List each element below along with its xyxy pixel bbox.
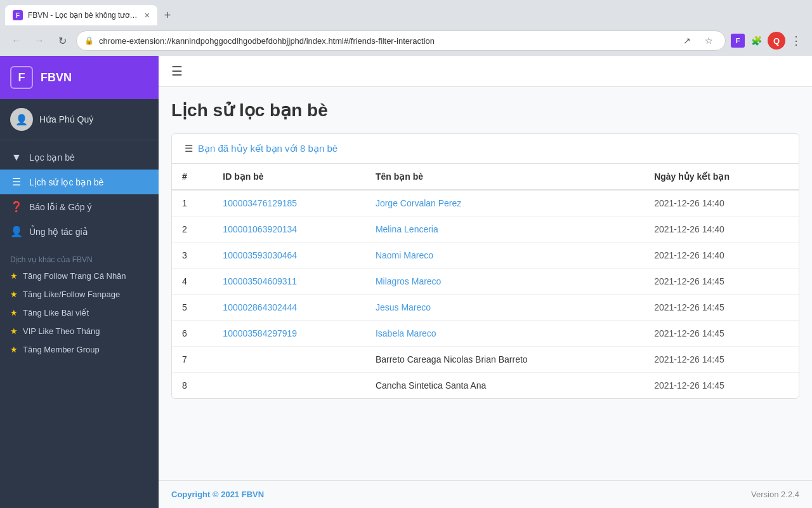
new-tab-button[interactable]: + bbox=[157, 5, 178, 25]
table-row: 5100002864302444Jesus Mareco2021-12-26 1… bbox=[172, 295, 799, 321]
profile-button[interactable]: Q bbox=[768, 32, 785, 50]
table-row: 8Cancha Sintetica Santa Ana2021-12-26 14… bbox=[172, 373, 799, 399]
table-row: 4100003504609311Milagros Mareco2021-12-2… bbox=[172, 269, 799, 295]
sidebar-item-label: Lịch sử lọc bạn bè bbox=[29, 177, 103, 187]
star-icon: ★ bbox=[10, 271, 18, 281]
row-num: 3 bbox=[172, 243, 213, 269]
service-label: Tăng Member Group bbox=[23, 345, 100, 354]
sidebar-service-like-fanpage[interactable]: ★ Tăng Like/Follow Fanpage bbox=[0, 285, 159, 304]
extension-button[interactable]: F bbox=[731, 34, 745, 48]
friend-name[interactable]: Jorge Corvalan Perez bbox=[365, 190, 644, 217]
friend-name[interactable]: Naomi Mareco bbox=[365, 243, 644, 269]
sidebar-service-member-group[interactable]: ★ Tăng Member Group bbox=[0, 340, 159, 359]
sidebar: F FBVN 👤 Hứa Phú Quý ▼ Lọc bạn bè ☰ Lịch… bbox=[0, 56, 159, 508]
sidebar-item-support[interactable]: 👤 Ủng hộ tác giả bbox=[0, 219, 159, 244]
address-bar: ← → ↻ 🔒 chrome-extension://kannindpohggo… bbox=[0, 25, 812, 56]
hamburger-icon[interactable]: ☰ bbox=[171, 64, 183, 79]
col-name: Tên bạn bè bbox=[365, 164, 644, 190]
sidebar-item-label: Ủng hộ tác giả bbox=[29, 227, 88, 237]
footer-copyright: Copyright © 2021 FBVN bbox=[171, 490, 264, 499]
sidebar-item-label: Báo lỗi & Góp ý bbox=[29, 202, 92, 212]
unfriend-date: 2021-12-26 14:45 bbox=[644, 373, 799, 399]
unfriend-date: 2021-12-26 14:40 bbox=[644, 217, 799, 243]
url-text: chrome-extension://kannindpohggocdlhgodb… bbox=[99, 36, 673, 46]
back-button[interactable]: ← bbox=[8, 32, 25, 50]
app-body: F FBVN 👤 Hứa Phú Quý ▼ Lọc bạn bè ☰ Lịch… bbox=[0, 56, 812, 508]
content-card: ☰ Bạn đã hủy kết bạn với 8 bạn bè # ID b… bbox=[171, 133, 799, 399]
sidebar-item-history[interactable]: ☰ Lịch sử lọc bạn bè bbox=[0, 170, 159, 194]
main-body: Lịch sử lọc bạn bè ☰ Bạn đã hủy kết bạn … bbox=[159, 87, 812, 480]
friend-id bbox=[213, 347, 365, 373]
service-label: Tăng Like Bài viết bbox=[23, 308, 89, 318]
card-header: ☰ Bạn đã hủy kết bạn với 8 bạn bè bbox=[172, 134, 799, 164]
sidebar-service-like-post[interactable]: ★ Tăng Like Bài viết bbox=[0, 304, 159, 322]
friend-id[interactable]: 100003476129185 bbox=[213, 190, 365, 217]
sidebar-item-label: Lọc bạn bè bbox=[29, 152, 75, 163]
sidebar-username: Hứa Phú Quý bbox=[39, 114, 93, 124]
friend-id[interactable]: 100003593030464 bbox=[213, 243, 365, 269]
url-bar[interactable]: 🔒 chrome-extension://kannindpohggocdlhgo… bbox=[76, 30, 726, 51]
star-icon: ★ bbox=[10, 326, 18, 336]
col-id: ID bạn bè bbox=[213, 164, 365, 190]
friend-id[interactable]: 100003584297919 bbox=[213, 321, 365, 347]
row-num: 8 bbox=[172, 373, 213, 399]
unfriend-date: 2021-12-26 14:45 bbox=[644, 321, 799, 347]
star-icon: ★ bbox=[10, 308, 18, 318]
avatar: 👤 bbox=[10, 108, 33, 131]
filter-icon: ▼ bbox=[10, 152, 23, 163]
tab-close-button[interactable]: × bbox=[145, 10, 150, 20]
friend-name[interactable]: Jesus Mareco bbox=[365, 295, 644, 321]
row-num: 1 bbox=[172, 190, 213, 217]
active-tab[interactable]: F FBVN - Lọc bạn bè không tương ... × bbox=[5, 5, 157, 25]
tab-favicon: F bbox=[13, 10, 23, 20]
bookmark-icon[interactable]: ☆ bbox=[700, 32, 717, 50]
service-label: Tăng Follow Trang Cá Nhân bbox=[23, 271, 126, 281]
sidebar-section-title: Dịch vụ khác của FBVN bbox=[0, 249, 159, 267]
browser-actions: F 🧩 Q ⋮ bbox=[731, 32, 804, 50]
main-header: ☰ bbox=[159, 56, 812, 87]
unfriend-date: 2021-12-26 14:45 bbox=[644, 347, 799, 373]
row-num: 6 bbox=[172, 321, 213, 347]
table-row: 3100003593030464Naomi Mareco2021-12-26 1… bbox=[172, 243, 799, 269]
friend-name[interactable]: Isabela Mareco bbox=[365, 321, 644, 347]
friend-name: Cancha Sintetica Santa Ana bbox=[365, 373, 644, 399]
col-date: Ngày hủy kết bạn bbox=[644, 164, 799, 190]
sidebar-service-follow-personal[interactable]: ★ Tăng Follow Trang Cá Nhân bbox=[0, 267, 159, 285]
friend-id bbox=[213, 373, 365, 399]
friend-name[interactable]: Melina Lenceria bbox=[365, 217, 644, 243]
unfriend-date: 2021-12-26 14:40 bbox=[644, 190, 799, 217]
share-icon[interactable]: ↗ bbox=[678, 32, 696, 50]
sidebar-app-name: FBVN bbox=[41, 71, 72, 84]
row-num: 7 bbox=[172, 347, 213, 373]
help-icon: ❓ bbox=[10, 201, 23, 213]
friend-id[interactable]: 100003504609311 bbox=[213, 269, 365, 295]
star-icon: ★ bbox=[10, 345, 18, 354]
sidebar-logo: F bbox=[10, 66, 33, 89]
extensions-icon[interactable]: 🧩 bbox=[747, 32, 765, 50]
list-icon: ☰ bbox=[10, 176, 23, 188]
main-footer: Copyright © 2021 FBVN Version 2.2.4 bbox=[159, 480, 812, 508]
friend-name[interactable]: Milagros Mareco bbox=[365, 269, 644, 295]
browser-menu-button[interactable]: ⋮ bbox=[788, 34, 804, 48]
page-title: Lịch sử lọc bạn bè bbox=[171, 100, 799, 121]
unfriend-date: 2021-12-26 14:45 bbox=[644, 269, 799, 295]
lock-icon: 🔒 bbox=[84, 36, 94, 45]
friend-id[interactable]: 100002864302444 bbox=[213, 295, 365, 321]
reload-button[interactable]: ↻ bbox=[53, 32, 71, 50]
footer-version: Version 2.2.4 bbox=[751, 490, 799, 499]
sidebar-item-report[interactable]: ❓ Báo lỗi & Góp ý bbox=[0, 194, 159, 219]
service-label: Tăng Like/Follow Fanpage bbox=[23, 290, 120, 299]
friend-id[interactable]: 100001063920134 bbox=[213, 217, 365, 243]
table-header-row: # ID bạn bè Tên bạn bè Ngày hủy kết bạn bbox=[172, 164, 799, 190]
friend-name: Barreto Careaga Nicolas Brian Barreto bbox=[365, 347, 644, 373]
table-row: 6100003584297919Isabela Mareco2021-12-26… bbox=[172, 321, 799, 347]
sidebar-service-vip-like[interactable]: ★ VIP Like Theo Tháng bbox=[0, 322, 159, 340]
unfriend-date: 2021-12-26 14:45 bbox=[644, 295, 799, 321]
sidebar-item-filter-friends[interactable]: ▼ Lọc bạn bè bbox=[0, 145, 159, 170]
card-header-text: Bạn đã hủy kết bạn với 8 bạn bè bbox=[198, 143, 337, 154]
row-num: 5 bbox=[172, 295, 213, 321]
table-row: 1100003476129185Jorge Corvalan Perez2021… bbox=[172, 190, 799, 217]
table-row: 7Barreto Careaga Nicolas Brian Barreto20… bbox=[172, 347, 799, 373]
forward-button[interactable]: → bbox=[30, 32, 48, 50]
sidebar-header: F FBVN bbox=[0, 56, 159, 99]
